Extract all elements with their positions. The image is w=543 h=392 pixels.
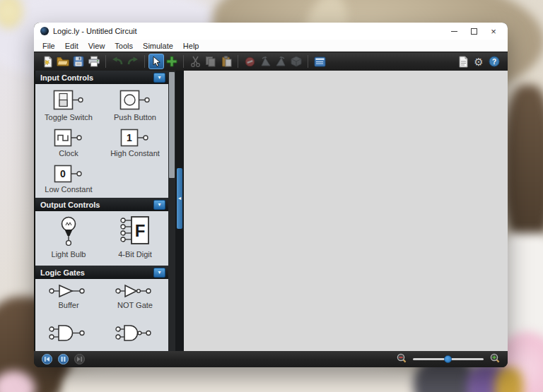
cut-icon: [190, 56, 201, 67]
palette-item-clock[interactable]: Clock: [54, 129, 83, 158]
delete-button[interactable]: [242, 54, 257, 69]
properties-button[interactable]: [312, 54, 327, 69]
low-constant-icon: 0: [54, 165, 83, 183]
export-image-button[interactable]: [455, 54, 471, 69]
section-header-input-controls[interactable]: Input Controls ▾: [35, 71, 168, 84]
group-button[interactable]: [288, 54, 304, 69]
palette-item-and-gate-partial[interactable]: [49, 324, 88, 343]
toolbar-separator: [238, 55, 238, 68]
gear-icon: ⚙: [474, 57, 483, 67]
collapse-left-icon: ◂: [178, 196, 181, 201]
titlebar[interactable]: Logic.ly - Untitled Circuit ×: [34, 23, 508, 40]
rotate-left-icon: [259, 57, 272, 66]
cut-button[interactable]: [187, 54, 203, 69]
palette-item-high-constant[interactable]: 1 High Constant: [110, 129, 160, 158]
zoom-in-icon: [490, 353, 500, 363]
light-bulb-icon: [58, 215, 79, 248]
collapse-panel-handle[interactable]: ◂: [177, 168, 182, 229]
close-icon: ×: [491, 27, 496, 36]
menu-file[interactable]: File: [37, 40, 60, 52]
paste-button[interactable]: [218, 54, 234, 69]
palette-item-toggle-switch[interactable]: Toggle Switch: [45, 90, 93, 121]
palette-item-4-bit-digit[interactable]: F 4-Bit Digit: [118, 215, 152, 259]
item-label: Clock: [59, 149, 78, 158]
window-controls: ×: [444, 24, 503, 38]
pause-icon: [61, 357, 66, 362]
chevron-down-icon: ▾: [158, 75, 160, 81]
item-label: Light Bulb: [52, 250, 86, 259]
add-plus-icon: [166, 56, 177, 67]
logic-gates-items: Buffer NOT Gate: [35, 279, 168, 351]
undo-icon: [111, 57, 124, 66]
sidebar-scrollbar[interactable]: [168, 71, 175, 351]
circuit-canvas[interactable]: [184, 71, 508, 351]
restart-simulation-button[interactable]: [42, 354, 52, 364]
save-button[interactable]: [71, 54, 86, 69]
new-file-button[interactable]: [40, 54, 55, 69]
zoom-slider-thumb[interactable]: [444, 355, 452, 363]
palette-item-not-gate[interactable]: NOT Gate: [115, 283, 155, 309]
palette-item-nand-gate-partial[interactable]: [115, 324, 155, 343]
palette-item-push-button[interactable]: Push Button: [114, 90, 156, 121]
settings-button[interactable]: ⚙: [471, 54, 486, 69]
menu-view[interactable]: View: [83, 40, 110, 52]
item-label: Push Button: [114, 113, 156, 121]
svg-text:0: 0: [60, 168, 66, 179]
palette-item-buffer[interactable]: Buffer: [49, 283, 88, 309]
help-button[interactable]: ?: [486, 54, 502, 69]
print-button[interactable]: [86, 54, 102, 69]
paste-icon: [221, 56, 232, 67]
item-label: Buffer: [58, 301, 78, 309]
add-component-button[interactable]: [164, 54, 180, 69]
open-folder-icon: [57, 56, 69, 67]
minimize-button[interactable]: [444, 24, 464, 38]
toolbar-separator: [183, 55, 184, 68]
rotate-right-button[interactable]: [273, 54, 288, 69]
menu-edit[interactable]: Edit: [60, 40, 83, 52]
select-tool-button[interactable]: [148, 54, 164, 69]
four-bit-digit-icon: F: [119, 215, 151, 248]
pause-simulation-button[interactable]: [58, 354, 69, 364]
panel-splitter[interactable]: ◂: [175, 71, 184, 351]
redo-button[interactable]: [125, 54, 141, 69]
group-cube-icon: [291, 56, 302, 67]
item-label: Low Constant: [45, 185, 92, 194]
palette-item-light-bulb[interactable]: Light Bulb: [52, 215, 86, 259]
item-label: 4-Bit Digit: [118, 250, 152, 259]
maximize-button[interactable]: [464, 24, 484, 38]
component-palette: Input Controls ▾ Toggle Switch: [35, 71, 168, 351]
statusbar: [34, 351, 508, 367]
sidebar-scrollbar-thumb[interactable]: [169, 72, 175, 178]
section-header-logic-gates[interactable]: Logic Gates ▾: [35, 266, 168, 279]
collapse-section-button[interactable]: ▾: [153, 73, 165, 83]
palette-item-low-constant[interactable]: 0 Low Constant: [45, 165, 92, 194]
zoom-out-icon: [397, 353, 407, 363]
step-simulation-button[interactable]: [74, 354, 85, 364]
collapse-section-button[interactable]: ▾: [153, 200, 165, 210]
menu-help[interactable]: Help: [178, 40, 204, 52]
rotate-left-button[interactable]: [257, 54, 273, 69]
menu-tools[interactable]: Tools: [110, 40, 138, 52]
save-icon: [73, 56, 84, 67]
copy-button[interactable]: [203, 54, 218, 69]
zoom-slider[interactable]: [413, 355, 484, 363]
properties-window-icon: [314, 57, 326, 67]
maximize-icon: [471, 28, 477, 35]
collapse-section-button[interactable]: ▾: [153, 268, 165, 278]
print-icon: [88, 56, 100, 67]
wallpaper-hair-right: [503, 85, 543, 247]
menu-simulate[interactable]: Simulate: [138, 40, 178, 52]
undo-button[interactable]: [110, 54, 125, 69]
step-icon: [77, 357, 82, 362]
rotate-right-icon: [275, 57, 287, 66]
section-header-output-controls[interactable]: Output Controls ▾: [35, 198, 168, 211]
close-button[interactable]: ×: [484, 24, 503, 38]
not-gate-icon: [115, 283, 155, 299]
export-page-icon: [458, 56, 469, 68]
zoom-out-button[interactable]: [397, 353, 407, 366]
toggle-switch-icon: [53, 90, 84, 111]
cursor-icon: [152, 56, 161, 67]
open-file-button[interactable]: [55, 54, 71, 69]
zoom-in-button[interactable]: [490, 353, 500, 366]
high-constant-icon: 1: [120, 129, 150, 147]
